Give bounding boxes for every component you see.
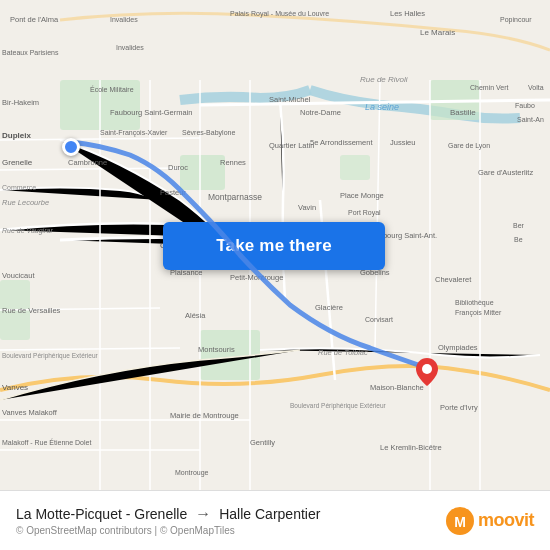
attribution-text: © OpenStreetMap contributors | © OpenMap… — [16, 525, 320, 536]
footer: La Motte-Picquet - Grenelle → Halle Carp… — [0, 490, 550, 550]
svg-text:Notre-Dame: Notre-Dame — [300, 108, 341, 117]
svg-text:Glacière: Glacière — [315, 303, 343, 312]
svg-text:Le Marais: Le Marais — [420, 28, 455, 37]
svg-text:Porte d'Ivry: Porte d'Ivry — [440, 403, 478, 412]
svg-text:Cambronne: Cambronne — [68, 158, 107, 167]
svg-text:Popincour: Popincour — [500, 16, 532, 24]
svg-text:Rue de Tolbiac: Rue de Tolbiac — [318, 348, 368, 357]
svg-text:Petit-Montrouge: Petit-Montrouge — [230, 273, 283, 282]
svg-text:Vavin: Vavin — [298, 203, 316, 212]
svg-text:Les Halles: Les Halles — [390, 9, 425, 18]
svg-text:Corvisart: Corvisart — [365, 316, 393, 323]
svg-text:Invalides: Invalides — [116, 44, 144, 51]
origin-marker — [62, 138, 80, 156]
svg-text:Place Monge: Place Monge — [340, 191, 384, 200]
svg-text:5e Arrondissement: 5e Arrondissement — [310, 138, 373, 147]
svg-text:Montsouris: Montsouris — [198, 345, 235, 354]
svg-text:Faubo: Faubo — [515, 102, 535, 109]
svg-text:Gare de Lyon: Gare de Lyon — [448, 142, 490, 150]
footer-route: La Motte-Picquet - Grenelle → Halle Carp… — [16, 505, 320, 523]
svg-text:Saint-An: Saint-An — [517, 116, 544, 123]
svg-text:Mairie de Montrouge: Mairie de Montrouge — [170, 411, 239, 420]
svg-text:Pasteur: Pasteur — [160, 188, 186, 197]
destination-label: Halle Carpentier — [219, 506, 320, 522]
take-me-there-button[interactable]: Take me there — [163, 222, 385, 270]
svg-text:Pont de l'Alma: Pont de l'Alma — [10, 15, 59, 24]
svg-text:Invalides: Invalides — [110, 16, 138, 23]
svg-text:Rennes: Rennes — [220, 158, 246, 167]
svg-text:Olympiades: Olympiades — [438, 343, 478, 352]
moovit-icon: M — [446, 507, 474, 535]
svg-text:Duroc: Duroc — [168, 163, 188, 172]
origin-label: La Motte-Picquet - Grenelle — [16, 506, 187, 522]
map-container: Pont de l'Alma Invalides Palais Royal - … — [0, 0, 550, 490]
svg-text:M: M — [454, 514, 466, 530]
svg-text:Le Kremlin-Bicêtre: Le Kremlin-Bicêtre — [380, 443, 442, 452]
svg-text:Bateaux Parisiens: Bateaux Parisiens — [2, 49, 59, 56]
svg-text:Bir-Hakeim: Bir-Hakeim — [2, 98, 39, 107]
destination-marker — [416, 358, 438, 386]
svg-text:Faubourg Saint-Germain: Faubourg Saint-Germain — [110, 108, 193, 117]
svg-text:Palais Royal - Musée du Louvre: Palais Royal - Musée du Louvre — [230, 10, 329, 18]
svg-text:Alésia: Alésia — [185, 311, 206, 320]
svg-text:Commerce: Commerce — [2, 184, 36, 191]
svg-text:Chemin Vert: Chemin Vert — [470, 84, 509, 91]
svg-text:Saint-Michel: Saint-Michel — [269, 95, 311, 104]
svg-text:Port Royal: Port Royal — [348, 209, 381, 217]
svg-text:Grenelle: Grenelle — [2, 158, 33, 167]
svg-text:Quartier Latin: Quartier Latin — [269, 141, 314, 150]
svg-text:Bibliothèque: Bibliothèque — [455, 299, 494, 307]
svg-text:Gare d'Austerlitz: Gare d'Austerlitz — [478, 168, 533, 177]
svg-rect-2 — [180, 155, 225, 190]
route-arrow: → — [195, 505, 211, 523]
svg-text:Boulevard Périphérique Extérie: Boulevard Périphérique Extérieur — [290, 402, 387, 410]
footer-left: La Motte-Picquet - Grenelle → Halle Carp… — [16, 505, 320, 536]
svg-text:Dupleix: Dupleix — [2, 131, 31, 140]
svg-text:Rue de Rivoli: Rue de Rivoli — [360, 75, 408, 84]
svg-text:Rue Lecourbe: Rue Lecourbe — [2, 198, 49, 207]
svg-text:Saint-François-Xavier: Saint-François-Xavier — [100, 129, 168, 137]
svg-rect-5 — [340, 155, 370, 180]
svg-text:Rue de Vaugirar: Rue de Vaugirar — [2, 227, 53, 235]
svg-text:Volta: Volta — [528, 84, 544, 91]
moovit-logo: M moovit — [446, 507, 534, 535]
svg-text:Be: Be — [514, 236, 523, 243]
svg-text:Sèvres-Babylone: Sèvres-Babylone — [182, 129, 235, 137]
svg-point-91 — [422, 364, 432, 374]
svg-text:Gentilly: Gentilly — [250, 438, 275, 447]
svg-text:Vanves Malakoff: Vanves Malakoff — [2, 408, 58, 417]
svg-text:La seine: La seine — [365, 102, 399, 112]
svg-text:Boulevard Périphérique Extérie: Boulevard Périphérique Extérieur — [2, 352, 99, 360]
svg-text:Montrouge: Montrouge — [175, 469, 209, 477]
svg-text:Bastille: Bastille — [450, 108, 476, 117]
svg-text:François Mitter: François Mitter — [455, 309, 502, 317]
svg-text:Jussieu: Jussieu — [390, 138, 415, 147]
svg-text:Chevaleret: Chevaleret — [435, 275, 472, 284]
svg-text:École Militaire: École Militaire — [90, 85, 134, 93]
svg-text:Ber: Ber — [513, 222, 525, 229]
svg-text:Malakoff - Rue Étienne Dolet: Malakoff - Rue Étienne Dolet — [2, 438, 91, 446]
svg-text:Vanves: Vanves — [2, 383, 28, 392]
svg-text:Montparnasse: Montparnasse — [208, 192, 262, 202]
svg-text:Voucicaut: Voucicaut — [2, 271, 35, 280]
svg-text:Rue de Versailles: Rue de Versailles — [2, 306, 61, 315]
moovit-text: moovit — [478, 510, 534, 531]
